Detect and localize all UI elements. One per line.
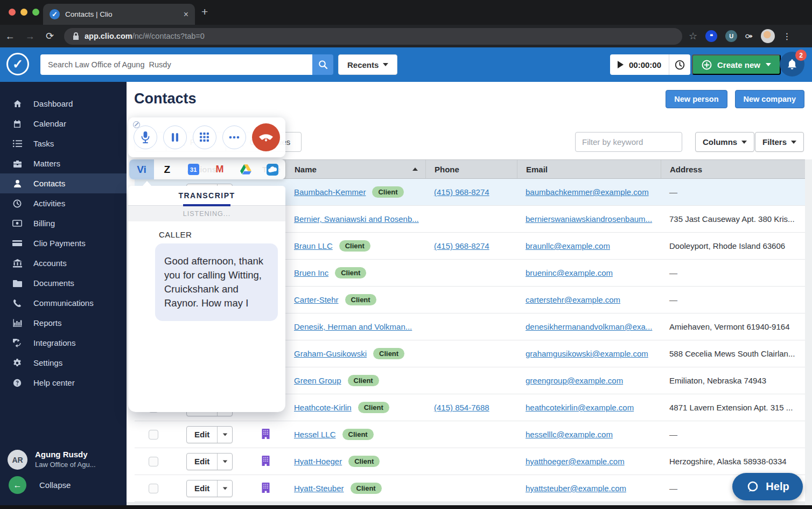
header-email[interactable]: Email — [517, 160, 661, 178]
sidebar-item-integrations[interactable]: Integrations — [0, 333, 127, 353]
sidebar-item-clio-payments[interactable]: Clio Payments — [0, 233, 127, 253]
play-icon[interactable] — [618, 61, 624, 68]
sidebar-item-activities[interactable]: Activities — [0, 193, 127, 213]
sidebar-item-settings[interactable]: Settings — [0, 353, 127, 373]
new-company-button[interactable]: New company — [735, 90, 805, 108]
global-search-input[interactable] — [40, 54, 312, 75]
extension-u-icon[interactable]: U — [725, 30, 737, 42]
extension-icon[interactable]: ❝ — [705, 30, 717, 42]
forward-icon[interactable]: → — [20, 31, 40, 42]
contact-name-link[interactable]: Bernier, Swaniawski and Rosenb... — [294, 214, 419, 224]
sidebar-item-matters[interactable]: Matters — [0, 154, 127, 173]
sidebar-item-accounts[interactable]: Accounts — [0, 253, 127, 273]
contact-name-link[interactable]: Braun LLC — [294, 241, 333, 250]
detach-icon[interactable] — [133, 121, 140, 128]
extensions-puzzle-icon[interactable]: ⚩︎ — [745, 31, 752, 41]
close-window-button[interactable] — [9, 9, 16, 16]
microphone-button[interactable] — [134, 125, 157, 149]
address-bar[interactable]: app.clio.com/nc/#/contacts?tab=0 — [64, 28, 682, 45]
pause-button[interactable] — [163, 125, 187, 149]
header-phone[interactable]: Phone — [425, 160, 517, 178]
sidebar-item-help-center[interactable]: Help center — [0, 373, 127, 393]
email-link[interactable]: greengroup@example.com — [526, 376, 623, 385]
contact-name-link[interactable]: Hessel LLC — [294, 430, 336, 439]
header-address[interactable]: Address — [661, 160, 805, 178]
contact-name-link[interactable]: Heathcote-Kirlin — [294, 403, 352, 412]
maximize-window-button[interactable] — [32, 9, 39, 16]
refresh-icon[interactable]: ⟳ — [40, 30, 60, 42]
sidebar-item-billing[interactable]: Billing — [0, 213, 127, 233]
salesforce-icon[interactable] — [259, 159, 285, 179]
edit-button[interactable]: Edit — [187, 427, 217, 443]
sidebar-item-documents[interactable]: Documents — [0, 273, 127, 293]
contact-name-link[interactable]: Baumbach-Kemmer — [294, 187, 366, 197]
edit-dropdown-button[interactable] — [217, 454, 232, 470]
sidebar-item-tasks[interactable]: Tasks — [0, 134, 127, 154]
minimize-window-button[interactable] — [20, 9, 27, 16]
sidebar-item-reports[interactable]: Reports — [0, 313, 127, 333]
email-link[interactable]: carterstehr@example.com — [526, 295, 620, 304]
scrollbar-gutter[interactable] — [805, 159, 812, 505]
email-link[interactable]: grahamgusikowski@example.com — [526, 349, 648, 358]
edit-button[interactable]: Edit — [187, 480, 217, 497]
row-checkbox[interactable] — [149, 430, 158, 440]
email-link[interactable]: braunllc@example.com — [526, 241, 610, 250]
clio-logo[interactable]: ✓ — [6, 53, 29, 75]
contact-name-link[interactable]: Denesik, Herman and Volkman... — [294, 322, 412, 331]
email-link[interactable]: bernierswaniawskiandrosenbaum... — [526, 214, 652, 224]
search-button[interactable] — [312, 54, 333, 75]
more-options-button[interactable] — [222, 125, 246, 149]
google-calendar-icon[interactable]: 31 — [180, 159, 207, 179]
gmail-icon[interactable]: M — [207, 159, 233, 179]
back-icon[interactable]: ← — [0, 31, 20, 42]
zendesk-icon[interactable]: Z — [154, 159, 180, 179]
new-person-button[interactable]: New person — [666, 90, 727, 108]
sidebar-item-dashboard[interactable]: Dashboard — [0, 94, 127, 114]
phone-link[interactable]: (415) 968-8274 — [434, 187, 489, 197]
notifications-button[interactable]: 2 — [780, 52, 804, 76]
contact-name-link[interactable]: Green Group — [294, 376, 341, 385]
clock-button[interactable] — [669, 54, 690, 75]
edit-button[interactable]: Edit — [187, 454, 217, 470]
contact-name-link[interactable]: Graham-Gusikowski — [294, 349, 367, 358]
header-name[interactable]: Name — [285, 160, 425, 178]
browser-menu-icon[interactable]: ⋮ — [783, 31, 792, 41]
email-link[interactable]: heathcotekirlin@example.com — [526, 403, 634, 412]
contact-name-link[interactable]: Carter-Stehr — [294, 295, 339, 304]
bookmark-star-icon[interactable]: ☆ — [689, 30, 697, 42]
email-link[interactable]: brueninc@example.com — [526, 268, 613, 277]
phone-link[interactable]: (415) 854-7688 — [434, 403, 489, 412]
browser-profile-avatar[interactable] — [761, 29, 775, 43]
filter-keyword-input[interactable] — [575, 132, 682, 152]
dialpad-button[interactable] — [193, 125, 216, 149]
timer-widget[interactable]: 00:00:00 — [610, 54, 690, 75]
tab-close-icon[interactable]: × — [184, 10, 188, 19]
contact-name-link[interactable]: Bruen Inc — [294, 268, 328, 277]
contact-name-link[interactable]: Hyatt-Steuber — [294, 484, 344, 493]
help-button[interactable]: Help — [732, 473, 803, 500]
email-link[interactable]: baumbachkemmer@example.com — [526, 187, 649, 197]
sidebar-item-contacts[interactable]: Contacts — [0, 173, 127, 193]
recents-button[interactable]: Recents — [338, 54, 397, 75]
edit-dropdown-button[interactable] — [217, 427, 232, 443]
phone-link[interactable]: (415) 968-8274 — [434, 241, 489, 250]
edit-dropdown-button[interactable] — [217, 480, 232, 497]
create-new-button[interactable]: Create new — [692, 54, 781, 75]
email-link[interactable]: hyatthoeger@example.com — [526, 457, 625, 466]
browser-tab[interactable]: ✓ Contacts | Clio × — [43, 4, 195, 25]
filters-button[interactable]: Filters — [755, 132, 804, 152]
new-tab-button[interactable]: + — [201, 5, 208, 18]
hang-up-button[interactable] — [252, 123, 280, 151]
email-link[interactable]: denesikhermanandvolkman@exa... — [526, 322, 652, 331]
google-drive-icon[interactable] — [233, 159, 259, 179]
row-checkbox[interactable] — [149, 484, 158, 493]
sidebar-collapse[interactable]: ← Collapse — [0, 475, 127, 495]
columns-button[interactable]: Columns — [695, 132, 754, 152]
vi-tab[interactable]: Vi — [129, 159, 154, 179]
window-controls[interactable] — [9, 9, 39, 16]
transcript-tab[interactable]: TRANSCRIPT — [128, 186, 285, 206]
sidebar-user[interactable]: AR Agung Rusdy Law Office of Agu... — [0, 450, 127, 470]
sidebar-item-calendar[interactable]: Calendar — [0, 114, 127, 134]
sidebar-item-communications[interactable]: Communications — [0, 293, 127, 313]
email-link[interactable]: hyattsteuber@example.com — [526, 484, 626, 493]
